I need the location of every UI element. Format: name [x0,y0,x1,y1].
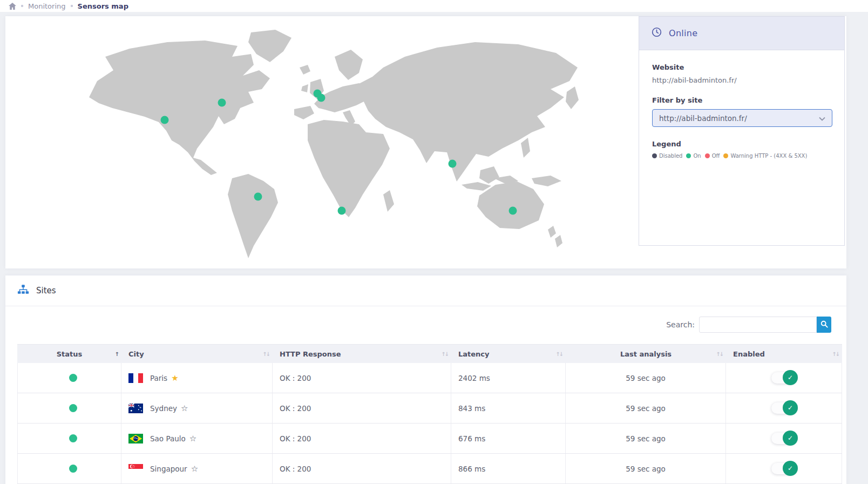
flag-france-icon [128,373,143,383]
toggle-check-icon: ✓ [783,370,798,385]
legend-item-on: On [686,153,701,159]
last-analysis-cell: 59 sec ago [566,424,726,453]
enabled-toggle[interactable]: ✓ [771,372,796,384]
toggle-check-icon: ✓ [783,400,798,415]
sites-header: Sites [5,275,846,306]
search-button[interactable] [817,317,831,333]
sort-icon: ↑↓ [262,351,269,357]
status-on-dot [69,465,77,473]
on-dot-icon [686,153,691,158]
enabled-cell: ✓ [726,424,842,453]
column-header-last-analysis[interactable]: Last analysis↑↓ [566,345,726,363]
favorite-star-icon[interactable]: ☆ [189,434,196,443]
latency-cell: 866 ms [451,454,566,483]
search-icon [820,320,828,330]
sort-asc-icon: ↑ [115,351,118,357]
toggle-check-icon: ✓ [783,461,798,476]
favorite-star-icon[interactable]: ★ [171,373,178,383]
enabled-cell: ✓ [726,363,842,393]
latency-cell: 676 ms [451,424,566,453]
city-name: Sao Paulo [150,434,186,443]
disabled-dot-icon [652,153,657,158]
column-header-latency[interactable]: Latency↑↓ [451,345,566,363]
enabled-toggle[interactable]: ✓ [771,463,796,474]
sitemap-icon [17,284,29,298]
latency-cell: 843 ms [451,393,566,423]
search-input[interactable] [699,317,817,333]
legend-item-disabled: Disabled [652,153,682,159]
sort-icon: ↑↓ [441,351,448,357]
table-header-row: Status↑ City↑↓ HTTP Response↑↓ Latency↑↓… [17,344,842,363]
table-row: Paris ★ OK : 200 2402 ms 59 sec ago ✓ [17,363,842,393]
enabled-toggle[interactable]: ✓ [771,433,796,444]
sensor-marker[interactable] [218,99,226,107]
status-cell [17,393,121,423]
table-row: Sao Paulo ☆ OK : 200 676 ms 59 sec ago ✓ [17,424,842,454]
sites-title: Sites [36,286,56,295]
breadcrumb-monitoring[interactable]: Monitoring [28,2,66,10]
sort-icon: ↑↓ [832,351,839,357]
status-on-dot [69,374,77,382]
status-cell [17,363,121,393]
clock-icon [652,27,662,39]
city-name: Paris [150,374,167,382]
legend-label: Legend [652,140,831,148]
column-header-status[interactable]: Status↑ [17,345,121,363]
breadcrumb: Monitoring Sensors map [0,0,868,12]
legend-item-off: Off [705,153,720,159]
sensor-marker[interactable] [254,193,262,201]
table-row: Singapour ☆ OK : 200 866 ms 59 sec ago ✓ [17,454,842,484]
sensor-marker[interactable] [317,94,326,102]
status-on-dot [69,434,77,442]
search-label: Search: [666,320,695,329]
sites-table: Status↑ City↑↓ HTTP Response↑↓ Latency↑↓… [17,344,842,484]
filter-by-site-label: Filter by site [652,96,831,104]
sensor-marker[interactable] [509,207,517,215]
world-map [5,16,637,268]
website-url: http://abil-badminton.fr/ [652,76,831,84]
online-panel-header: Online [639,17,844,50]
sort-icon: ↑↓ [716,351,723,357]
enabled-cell: ✓ [726,393,842,423]
sites-card: Sites Search: Status↑ City↑↓ HTTP Respon… [5,275,846,484]
http-response-cell: OK : 200 [273,363,451,393]
column-header-enabled[interactable]: Enabled↑↓ [726,345,842,363]
site-filter-select[interactable]: http://abil-badminton.fr/ [652,109,832,127]
sensor-marker[interactable] [161,116,169,124]
city-cell: Sao Paulo ☆ [121,424,273,453]
chevron-down-icon [819,113,825,123]
favorite-star-icon[interactable]: ☆ [191,464,198,474]
off-dot-icon [705,153,710,158]
sensor-marker[interactable] [449,160,457,168]
http-response-cell: OK : 200 [273,454,451,483]
column-header-city[interactable]: City↑↓ [121,345,273,363]
city-name: Sydney [150,404,177,413]
http-response-cell: OK : 200 [273,393,451,423]
map-legend: Disabled On Off Warning HTTP - (4XX & 5X… [652,153,831,159]
flag-brazil-icon [128,434,143,443]
city-name: Singapour [150,465,187,473]
city-cell: Singapour ☆ [121,454,273,483]
last-analysis-cell: 59 sec ago [566,393,726,423]
legend-item-warning: Warning HTTP - (4XX & 5XX) [723,153,807,159]
sort-icon: ↑↓ [555,351,562,357]
breadcrumb-separator [21,5,23,7]
latency-cell: 2402 ms [451,363,566,393]
sensor-marker[interactable] [338,207,346,215]
sensors-map-card: Online Website http://abil-badminton.fr/… [5,16,846,268]
enabled-cell: ✓ [726,454,842,483]
enabled-toggle[interactable]: ✓ [771,402,796,414]
site-filter-value: http://abil-badminton.fr/ [659,114,747,123]
column-header-http-response[interactable]: HTTP Response↑↓ [273,345,451,363]
home-icon[interactable] [9,3,16,10]
panel-title: Online [669,28,697,38]
last-analysis-cell: 59 sec ago [566,363,726,393]
last-analysis-cell: 59 sec ago [566,454,726,483]
warning-dot-icon [723,153,728,158]
city-cell: Sydney ☆ [121,393,273,423]
breadcrumb-sensors-map[interactable]: Sensors map [78,2,128,10]
status-cell [17,454,121,483]
favorite-star-icon[interactable]: ☆ [181,404,188,413]
status-on-dot [69,404,77,412]
flag-australia-icon [128,404,143,413]
